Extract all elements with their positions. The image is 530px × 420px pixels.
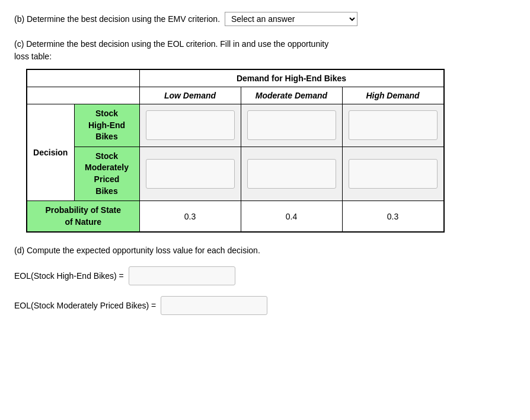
opportunity-loss-table-wrapper: Demand for High-End Bikes Low Demand Mod… — [26, 69, 516, 233]
section-d: (d) Compute the expected opportunity los… — [14, 244, 516, 315]
table-row-moderate: StockModeratelyPricedBikes — [27, 147, 444, 201]
table-empty-corner2 — [27, 87, 139, 104]
opportunity-loss-table: Demand for High-End Bikes Low Demand Mod… — [26, 69, 445, 233]
row2-high-input[interactable] — [349, 159, 438, 189]
section-c-line2: loss table: — [14, 50, 516, 63]
section-c-text: (c) Determine the best decision using th… — [14, 38, 516, 63]
row2-moderate-input[interactable] — [247, 159, 336, 189]
row2-high-cell[interactable] — [342, 147, 444, 201]
eol1-input[interactable] — [129, 266, 235, 285]
prob-label-line1: Probability of State — [45, 205, 121, 215]
row1-high-cell[interactable] — [342, 104, 444, 147]
section-d-label: (d) Compute the expected opportunity los… — [14, 246, 260, 255]
eol2-label: EOL(Stock Moderately Priced Bikes) = — [14, 301, 156, 310]
decision-label: Decision — [27, 104, 74, 201]
emv-select[interactable]: Select an answer Stock High-End Bikes St… — [225, 12, 357, 26]
section-b: (b) Determine the best decision using th… — [14, 12, 516, 26]
row2-label: StockModeratelyPricedBikes — [74, 147, 139, 201]
col-header-moderate: Moderate Demand — [241, 87, 342, 104]
select-wrapper: Select an answer Stock High-End Bikes St… — [225, 12, 357, 26]
table-row-high-end: Decision StockHigh-EndBikes — [27, 104, 444, 147]
row1-label: StockHigh-EndBikes — [74, 104, 139, 147]
table-row-probability: Probability of State of Nature 0.3 0.4 0… — [27, 201, 444, 233]
row1-moderate-input[interactable] — [247, 110, 336, 140]
row2-moderate-cell[interactable] — [241, 147, 342, 201]
row1-high-input[interactable] — [349, 110, 438, 140]
prob-label-line2: of Nature — [65, 217, 101, 227]
table-col-header-row: Low Demand Moderate Demand High Demand — [27, 87, 444, 104]
table-empty-corner — [27, 69, 139, 87]
eol-moderate-row: EOL(Stock Moderately Priced Bikes) = — [14, 296, 516, 315]
row2-low-input[interactable] — [146, 159, 235, 189]
col-header-low: Low Demand — [139, 87, 241, 104]
eol2-input[interactable] — [161, 296, 267, 315]
table-main-header: Demand for High-End Bikes — [139, 69, 444, 87]
section-d-text: (d) Compute the expected opportunity los… — [14, 244, 516, 257]
section-b-text: (b) Determine the best decision using th… — [14, 12, 516, 26]
section-c: (c) Determine the best decision using th… — [14, 38, 516, 233]
section-b-label: (b) Determine the best decision using th… — [14, 14, 220, 24]
eol-high-end-row: EOL(Stock High-End Bikes) = — [14, 266, 516, 285]
eol1-label: EOL(Stock High-End Bikes) = — [14, 271, 124, 281]
prob-value-low: 0.3 — [139, 201, 241, 233]
prob-value-moderate: 0.4 — [241, 201, 342, 233]
row2-low-cell[interactable] — [139, 147, 241, 201]
table-main-header-row: Demand for High-End Bikes — [27, 69, 444, 87]
row1-low-cell[interactable] — [139, 104, 241, 147]
col-header-high: High Demand — [342, 87, 444, 104]
row1-moderate-cell[interactable] — [241, 104, 342, 147]
prob-value-high: 0.3 — [342, 201, 444, 233]
prob-label: Probability of State of Nature — [27, 201, 139, 233]
row1-low-input[interactable] — [146, 110, 235, 140]
section-c-line1: (c) Determine the best decision using th… — [14, 38, 516, 50]
